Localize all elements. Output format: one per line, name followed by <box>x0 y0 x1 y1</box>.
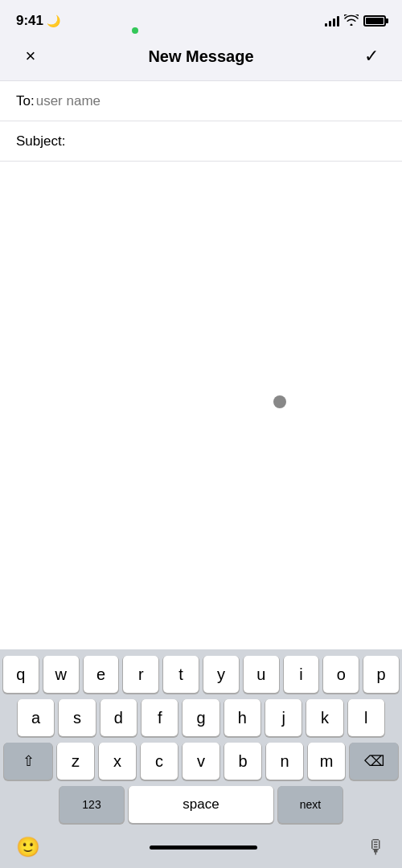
key-l[interactable]: l <box>348 699 384 736</box>
time-text: 9:41 <box>16 13 43 29</box>
key-b[interactable]: b <box>224 743 261 780</box>
key-t[interactable]: t <box>163 656 199 693</box>
key-w[interactable]: w <box>43 656 79 693</box>
to-field-row: To: <box>0 81 402 121</box>
key-f[interactable]: f <box>142 699 178 736</box>
key-j[interactable]: j <box>265 699 302 736</box>
status-time: 9:41 🌙 <box>16 13 60 29</box>
key-q[interactable]: q <box>3 656 39 693</box>
key-e[interactable]: e <box>84 656 119 693</box>
to-input[interactable] <box>36 93 386 109</box>
status-bar: 9:41 🌙 <box>0 0 402 35</box>
key-o[interactable]: o <box>323 656 359 693</box>
key-p[interactable]: p <box>363 656 399 693</box>
subject-label: Subject: <box>16 133 65 149</box>
key-g[interactable]: g <box>183 699 219 736</box>
key-r[interactable]: r <box>123 656 158 693</box>
microphone-icon[interactable]: 🎙 <box>367 836 386 858</box>
key-i[interactable]: i <box>284 656 319 693</box>
confirm-button[interactable]: ✓ <box>357 42 386 71</box>
key-c[interactable]: c <box>141 743 178 780</box>
next-key[interactable]: next <box>278 786 343 823</box>
wifi-icon <box>344 14 359 28</box>
key-z[interactable]: z <box>57 743 94 780</box>
close-button[interactable]: × <box>16 42 45 71</box>
keyboard-row-3: ⇧ z x c v b n m ⌫ <box>3 743 399 780</box>
key-a[interactable]: a <box>18 699 54 736</box>
key-k[interactable]: k <box>306 699 343 736</box>
to-label: To: <box>16 93 35 109</box>
message-body-area[interactable] <box>0 162 402 649</box>
keyboard: q w e r t y u i o p a s d f g h j k l ⇧ … <box>0 649 402 868</box>
green-dot <box>132 27 138 34</box>
key-h[interactable]: h <box>224 699 260 736</box>
key-u[interactable]: u <box>244 656 279 693</box>
moon-icon: 🌙 <box>47 14 60 27</box>
cursor-indicator <box>273 395 286 408</box>
nav-bar: × New Message ✓ <box>0 35 402 81</box>
key-v[interactable]: v <box>183 743 219 780</box>
page-title: New Message <box>148 47 253 66</box>
home-indicator <box>150 845 257 850</box>
key-s[interactable]: s <box>59 699 95 736</box>
key-d[interactable]: d <box>100 699 137 736</box>
signal-bars-icon <box>325 15 339 27</box>
keyboard-row-2: a s d f g h j k l <box>3 699 399 736</box>
compose-area: To: Subject: <box>0 81 402 649</box>
emoji-icon[interactable]: 🙂 <box>16 836 40 858</box>
subject-field-row: Subject: <box>0 121 402 162</box>
key-n[interactable]: n <box>266 743 303 780</box>
key-x[interactable]: x <box>99 743 136 780</box>
numbers-key[interactable]: 123 <box>59 786 124 823</box>
space-key[interactable]: space <box>129 786 273 823</box>
shift-key[interactable]: ⇧ <box>4 743 52 780</box>
key-y[interactable]: y <box>203 656 239 693</box>
battery-icon <box>363 15 386 27</box>
delete-key[interactable]: ⌫ <box>350 743 398 780</box>
keyboard-row-4: 123 space next <box>3 786 399 823</box>
status-icons <box>325 14 386 28</box>
subject-input[interactable] <box>67 133 386 149</box>
key-m[interactable]: m <box>308 743 345 780</box>
keyboard-extras-row: 🙂 🎙 <box>3 829 399 865</box>
keyboard-row-1: q w e r t y u i o p <box>3 656 399 693</box>
